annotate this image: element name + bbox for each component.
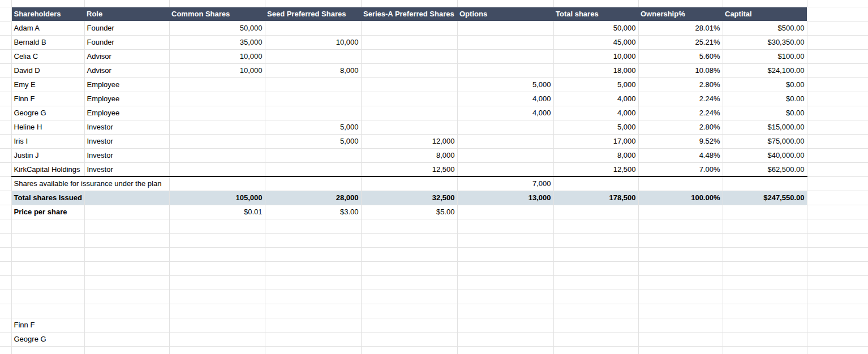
gutter-cell[interactable] bbox=[0, 63, 11, 77]
cell-ownership[interactable] bbox=[638, 275, 723, 290]
cell-common-shares[interactable] bbox=[169, 332, 265, 346]
cell-shareholders[interactable]: Iris I bbox=[11, 134, 84, 148]
cell-seed-preferred-shares[interactable] bbox=[265, 77, 361, 92]
gutter-cell[interactable] bbox=[0, 191, 11, 205]
cell-total-shares[interactable]: 8,000 bbox=[553, 148, 638, 162]
cell-ownership[interactable]: 2.80% bbox=[638, 77, 723, 92]
cell-role[interactable]: Advisor bbox=[84, 49, 169, 63]
cell-options[interactable]: 13,000 bbox=[457, 191, 553, 205]
cell-total-shares[interactable]: 5,000 bbox=[553, 120, 638, 134]
cell-tail[interactable] bbox=[807, 21, 868, 35]
cell-tail[interactable] bbox=[807, 0, 868, 7]
cell-common-shares[interactable] bbox=[169, 77, 265, 92]
cell-role[interactable] bbox=[84, 275, 169, 290]
cell-common-shares[interactable] bbox=[169, 120, 265, 134]
cell-options[interactable] bbox=[457, 49, 553, 63]
cell-ownership[interactable] bbox=[638, 205, 723, 219]
cell-options[interactable] bbox=[457, 219, 553, 233]
cell-seed-preferred-shares[interactable] bbox=[265, 162, 361, 176]
cell-shareholders[interactable]: Finn F bbox=[11, 92, 84, 106]
cell-total-shares[interactable]: 50,000 bbox=[553, 21, 638, 35]
cell-role[interactable]: Investor bbox=[84, 148, 169, 162]
header-shareholders[interactable]: Shareholders bbox=[11, 7, 84, 21]
cell-total-shares[interactable] bbox=[553, 346, 638, 354]
cell-role[interactable] bbox=[84, 205, 169, 219]
cell-captital[interactable]: $24,100.00 bbox=[723, 63, 807, 77]
cell-common-shares[interactable]: 35,000 bbox=[169, 35, 265, 49]
cell-series-a-preferred-shares[interactable] bbox=[361, 77, 457, 92]
cell-captital[interactable]: $100.00 bbox=[723, 49, 807, 63]
gutter-cell[interactable] bbox=[0, 7, 11, 21]
cell-seed-preferred-shares[interactable] bbox=[265, 290, 361, 304]
header-series-a-preferred-shares[interactable]: Series-A Preferred Shares bbox=[361, 7, 457, 21]
gutter-cell[interactable] bbox=[0, 162, 11, 176]
cell-tail[interactable] bbox=[807, 176, 868, 191]
cell-options[interactable]: 5,000 bbox=[457, 77, 553, 92]
cell-ownership[interactable]: 100.00% bbox=[638, 191, 723, 205]
cell-ownership[interactable]: 4.48% bbox=[638, 148, 723, 162]
cell-common-shares[interactable] bbox=[169, 233, 265, 247]
cell-seed-preferred-shares[interactable]: 8,000 bbox=[265, 63, 361, 77]
cell-role[interactable]: Investor bbox=[84, 134, 169, 148]
cell-role[interactable]: Investor bbox=[84, 162, 169, 176]
cell-series-a-preferred-shares[interactable] bbox=[361, 21, 457, 35]
cell-captital[interactable] bbox=[723, 219, 807, 233]
cell-ownership[interactable] bbox=[638, 219, 723, 233]
cell-role[interactable] bbox=[84, 219, 169, 233]
gutter-cell[interactable] bbox=[0, 318, 11, 332]
cell-seed-preferred-shares[interactable] bbox=[265, 49, 361, 63]
cell-role[interactable]: Founder bbox=[84, 21, 169, 35]
cell-role[interactable]: Employee bbox=[84, 92, 169, 106]
cell-tail[interactable] bbox=[807, 261, 868, 275]
cell-captital[interactable] bbox=[723, 0, 807, 7]
cell-common-shares[interactable] bbox=[169, 134, 265, 148]
cell-captital[interactable] bbox=[723, 290, 807, 304]
cell-shareholders[interactable] bbox=[11, 304, 84, 318]
cell-series-a-preferred-shares[interactable]: 8,000 bbox=[361, 148, 457, 162]
cell-tail[interactable] bbox=[807, 106, 868, 120]
cell-plan-label[interactable]: Shares available for issurance under the… bbox=[11, 176, 169, 191]
cell-series-a-preferred-shares[interactable] bbox=[361, 106, 457, 120]
cell-series-a-preferred-shares[interactable]: 12,000 bbox=[361, 134, 457, 148]
cell-tail[interactable] bbox=[807, 191, 868, 205]
gutter-cell[interactable] bbox=[0, 219, 11, 233]
cell-captital[interactable] bbox=[723, 176, 807, 191]
cell-ownership[interactable]: 10.08% bbox=[638, 63, 723, 77]
cell-total-shares[interactable]: 4,000 bbox=[553, 106, 638, 120]
cell-series-a-preferred-shares[interactable] bbox=[361, 346, 457, 354]
cell-common-shares[interactable]: $0.01 bbox=[169, 205, 265, 219]
cell-seed-preferred-shares[interactable] bbox=[265, 318, 361, 332]
cell-role[interactable]: Advisor bbox=[84, 63, 169, 77]
cell-options[interactable] bbox=[457, 275, 553, 290]
cell-options[interactable] bbox=[457, 63, 553, 77]
cell-common-shares[interactable] bbox=[169, 0, 265, 7]
cell-common-shares[interactable] bbox=[169, 92, 265, 106]
cell-role[interactable] bbox=[84, 191, 169, 205]
cell-common-shares[interactable]: 10,000 bbox=[169, 49, 265, 63]
cell-total-shares[interactable] bbox=[553, 205, 638, 219]
cell-captital[interactable] bbox=[723, 318, 807, 332]
cell-common-shares[interactable] bbox=[169, 219, 265, 233]
cell-tail[interactable] bbox=[807, 7, 868, 21]
cell-series-a-preferred-shares[interactable] bbox=[361, 0, 457, 7]
gutter-cell[interactable] bbox=[0, 247, 11, 261]
cell-total-shares[interactable]: 4,000 bbox=[553, 92, 638, 106]
cell-total-shares[interactable] bbox=[553, 332, 638, 346]
header-ownership[interactable]: Ownership% bbox=[638, 7, 723, 21]
cell-options[interactable] bbox=[457, 318, 553, 332]
cell-seed-preferred-shares[interactable] bbox=[265, 247, 361, 261]
header-captital[interactable]: Captital bbox=[723, 7, 807, 21]
cell-total-shares[interactable] bbox=[553, 318, 638, 332]
header-seed-preferred-shares[interactable]: Seed Preferred Shares bbox=[265, 7, 361, 21]
cell-tail[interactable] bbox=[807, 77, 868, 92]
cell-total-shares[interactable] bbox=[553, 0, 638, 7]
cell-role[interactable]: Employee bbox=[84, 77, 169, 92]
cell-total-shares[interactable]: 178,500 bbox=[553, 191, 638, 205]
cell-total-shares[interactable]: 5,000 bbox=[553, 77, 638, 92]
cell-series-a-preferred-shares[interactable] bbox=[361, 219, 457, 233]
gutter-cell[interactable] bbox=[0, 261, 11, 275]
cell-ownership[interactable] bbox=[638, 346, 723, 354]
cell-series-a-preferred-shares[interactable]: 12,500 bbox=[361, 162, 457, 176]
cell-captital[interactable]: $75,000.00 bbox=[723, 134, 807, 148]
gutter-cell[interactable] bbox=[0, 35, 11, 49]
